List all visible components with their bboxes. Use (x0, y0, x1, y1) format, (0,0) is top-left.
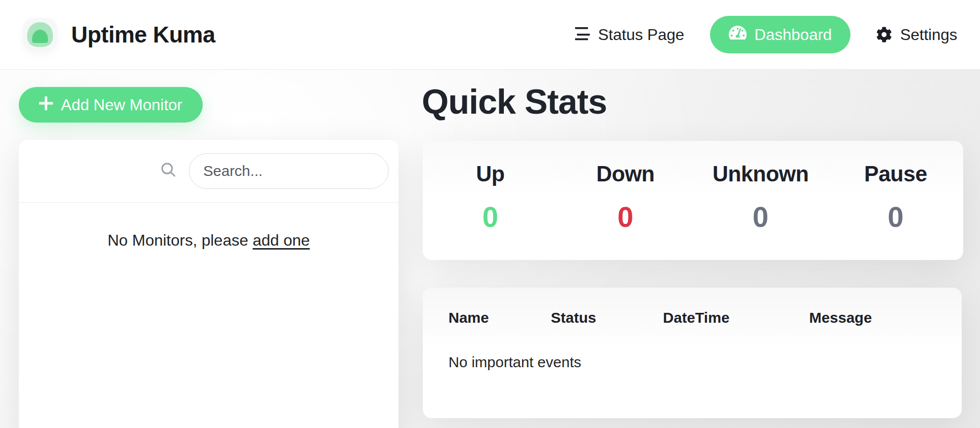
add-one-link[interactable]: add one (253, 231, 310, 249)
events-empty-row: No important events (448, 331, 936, 371)
nav-item-dashboard[interactable]: Dashboard (710, 16, 851, 53)
gear-icon (876, 27, 892, 43)
app-header: Uptime Kuma Status Page Dashboard Settin… (0, 0, 980, 70)
add-new-monitor-label: Add New Monitor (61, 96, 182, 114)
nav-settings-label: Settings (900, 26, 957, 44)
events-header-name: Name (448, 309, 551, 331)
header-nav: Status Page Dashboard Settings (575, 16, 957, 53)
nav-status-page-label: Status Page (598, 26, 684, 44)
events-header-status: Status (551, 309, 663, 331)
stat-unknown: Unknown 0 (693, 162, 828, 233)
stat-down-value: 0 (558, 200, 693, 233)
quick-stats-heading: Quick Stats (422, 82, 607, 122)
events-table-header-row: Name Status DateTime Message (448, 309, 936, 331)
stat-up: Up 0 (423, 162, 558, 233)
events-header-datetime: DateTime (663, 309, 809, 331)
nav-item-settings[interactable]: Settings (876, 26, 957, 44)
stat-unknown-label: Unknown (693, 162, 828, 186)
events-empty-text: No important events (448, 331, 936, 371)
tachometer-icon (729, 25, 747, 44)
app-title: Uptime Kuma (71, 21, 215, 48)
no-monitors-message: No Monitors, please add one (19, 231, 399, 250)
nav-item-status-page[interactable]: Status Page (575, 26, 684, 44)
stat-down: Down 0 (558, 162, 693, 233)
stat-up-label: Up (423, 162, 558, 186)
logo-dome (32, 30, 48, 43)
stat-pause: Pause 0 (828, 162, 963, 233)
quick-stats-card: Up 0 Down 0 Unknown 0 Pause 0 (423, 141, 963, 260)
uptime-kuma-logo (23, 18, 57, 51)
no-monitors-text: No Monitors, please (107, 231, 248, 249)
important-events-card: Name Status DateTime Message No importan… (423, 288, 962, 418)
plus-icon (39, 96, 53, 114)
list-icon (575, 27, 590, 42)
monitor-search-row (19, 140, 399, 203)
stat-down-label: Down (558, 162, 693, 186)
search-icon (160, 162, 177, 180)
important-events-table: Name Status DateTime Message No importan… (448, 309, 936, 371)
stat-pause-label: Pause (828, 162, 963, 186)
stat-unknown-value: 0 (693, 200, 828, 233)
events-header-message: Message (809, 309, 936, 331)
nav-dashboard-label: Dashboard (755, 26, 832, 44)
search-input[interactable] (189, 153, 389, 189)
stat-up-value: 0 (423, 200, 558, 233)
logo-middle-blob (27, 22, 53, 47)
add-new-monitor-button[interactable]: Add New Monitor (19, 87, 203, 123)
monitor-list-panel: No Monitors, please add one (19, 140, 399, 428)
stat-pause-value: 0 (828, 200, 963, 233)
